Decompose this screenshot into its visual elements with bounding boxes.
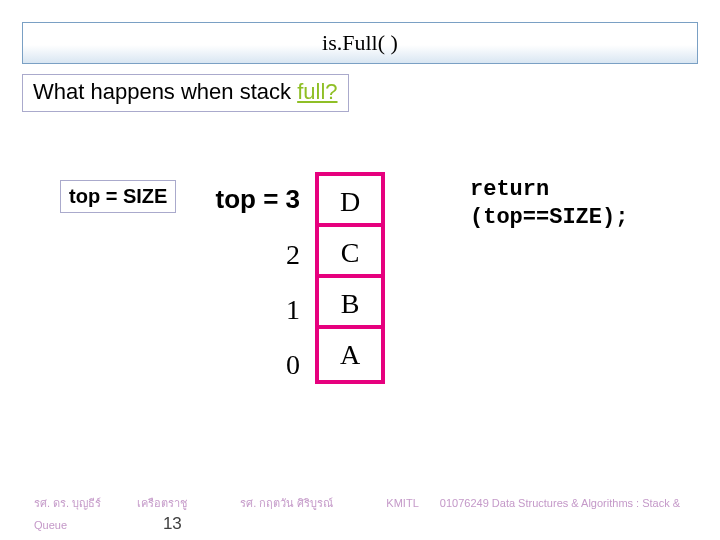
stack-cell-3: D: [319, 176, 381, 227]
stack-cell-2: C: [319, 227, 381, 278]
index-top-row: top = 3: [200, 172, 300, 227]
footer-author1: รศ. ดร. บุญธีร์: [34, 494, 104, 512]
index-0: 0: [200, 337, 300, 392]
stack-cell-1: B: [319, 278, 381, 329]
footer-inst: KMITL: [386, 497, 418, 509]
return-line2: (top==SIZE);: [470, 204, 628, 232]
slide-footer: รศ. ดร. บุญธีร์ เครือตราชู รศ. กฤตวัน ศิ…: [0, 494, 720, 534]
stack-indices: top = 3 2 1 0: [200, 172, 300, 392]
content-area: top = SIZE top = 3 2 1 0 D C B A return …: [0, 172, 720, 492]
stack-cell-0: A: [319, 329, 381, 380]
footer-page: 13: [163, 514, 182, 534]
index-2: 2: [200, 227, 300, 282]
footer-queue: Queue: [34, 519, 104, 531]
return-expression: return (top==SIZE);: [470, 176, 628, 231]
slide-title: is.Full( ): [322, 30, 398, 56]
slide-title-bar: is.Full( ): [22, 22, 698, 64]
question-highlight: full?: [297, 79, 337, 104]
question-box: What happens when stack full?: [22, 74, 349, 112]
footer-author2: รศ. กฤตวัน ศิริบูรณ์: [240, 494, 333, 512]
question-prefix: What happens when stack: [33, 79, 297, 104]
footer-author1b: เครือตราชู: [137, 494, 207, 512]
return-line1: return: [470, 176, 628, 204]
top-equals-size-label: top = SIZE: [60, 180, 176, 213]
index-1: 1: [200, 282, 300, 337]
stack-visual: D C B A: [315, 172, 385, 384]
footer-course: 01076249 Data Structures & Algorithms : …: [440, 497, 680, 509]
